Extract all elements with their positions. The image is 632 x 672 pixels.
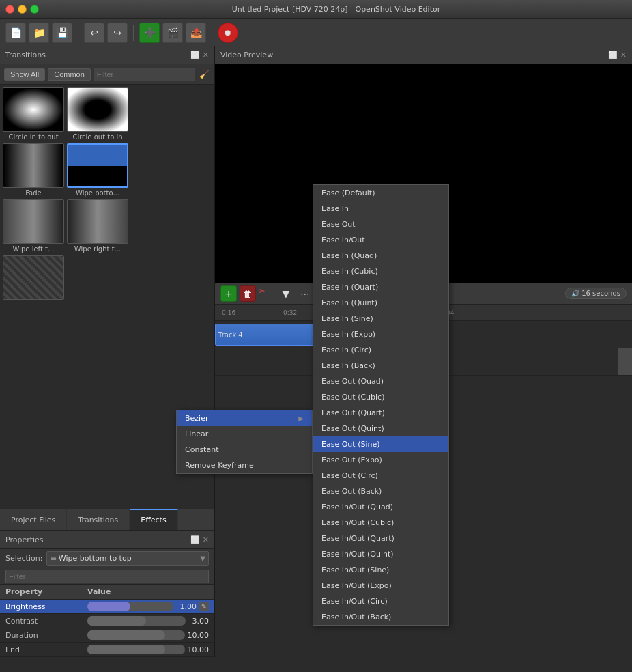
ease-menu-item-3[interactable]: Ease In/Out bbox=[313, 232, 448, 248]
ease-menu-item-4[interactable]: Ease In (Quad) bbox=[313, 248, 448, 264]
list-item[interactable]: Wipe left t... bbox=[3, 199, 64, 253]
list-item[interactable] bbox=[3, 255, 64, 301]
menu-item-constant[interactable]: Constant bbox=[177, 442, 312, 458]
ease-menu-item-9[interactable]: Ease In (Expo) bbox=[313, 326, 448, 342]
transitions-toolbar: Show All Common 🧹 bbox=[0, 64, 214, 85]
list-item[interactable]: Circle in to out bbox=[3, 87, 64, 141]
list-item[interactable]: Wipe botto... bbox=[67, 143, 128, 197]
razor-button[interactable]: ✂ bbox=[259, 285, 275, 302]
prop-value-brightness[interactable]: 1.00 ✎ bbox=[82, 600, 214, 614]
ease-menu-item-5[interactable]: Ease In (Cubic) bbox=[313, 264, 448, 279]
close-button[interactable] bbox=[5, 5, 14, 14]
maximize-button[interactable] bbox=[30, 5, 39, 14]
ruler-mark-0: 0:16 bbox=[222, 309, 235, 316]
prop-value-duration[interactable]: 10.00 bbox=[82, 628, 214, 643]
dropdown-arrow-icon: ▼ bbox=[200, 555, 205, 562]
ease-menu-item-26[interactable]: Ease In/Out (Circ) bbox=[313, 593, 448, 609]
table-row[interactable]: Duration 10.00 bbox=[0, 628, 214, 643]
ease-menu-item-17[interactable]: Ease Out (Expo) bbox=[313, 452, 448, 468]
ease-menu-item-10[interactable]: Ease In (Circ) bbox=[313, 342, 448, 358]
ease-menu-item-16[interactable]: Ease Out (Sine) bbox=[313, 436, 448, 452]
video-close-icon[interactable]: ✕ bbox=[620, 51, 627, 59]
brightness-edit-button[interactable]: ✎ bbox=[199, 602, 209, 611]
redo-button[interactable]: ↪ bbox=[107, 23, 128, 43]
selection-dropdown[interactable]: ▬ Wipe bottom to top ▼ bbox=[46, 551, 209, 566]
more-button[interactable]: ⋯ bbox=[297, 285, 313, 302]
minimize-button[interactable] bbox=[18, 5, 27, 14]
toolbar-separator-1 bbox=[78, 25, 78, 41]
contrast-slider[interactable] bbox=[87, 616, 186, 626]
list-item[interactable]: Wipe right t... bbox=[67, 199, 128, 253]
ease-menu-item-24[interactable]: Ease In/Out (Sine) bbox=[313, 562, 448, 578]
list-item[interactable]: Fade bbox=[3, 143, 64, 197]
ease-menu-item-25[interactable]: Ease In/Out (Expo) bbox=[313, 578, 448, 593]
export-button[interactable]: 📤 bbox=[186, 23, 206, 43]
ease-menu-item-14[interactable]: Ease Out (Quart) bbox=[313, 405, 448, 421]
toolbar: 📄 📁 💾 ↩ ↪ ➕ 🎬 📤 ⏺ bbox=[0, 19, 632, 46]
ease-menu-item-19[interactable]: Ease Out (Back) bbox=[313, 484, 448, 499]
ease-menu-item-15[interactable]: Ease Out (Quint) bbox=[313, 421, 448, 436]
duration-slider[interactable] bbox=[87, 630, 185, 640]
ease-menu-item-1[interactable]: Ease In bbox=[313, 201, 448, 216]
record-button[interactable]: ⏺ bbox=[218, 23, 238, 43]
tab-transitions[interactable]: Transitions bbox=[67, 509, 130, 530]
transition-label-wipe-right: Wipe right t... bbox=[67, 245, 128, 253]
context-menu-bezier: Bezier ▶ Linear Constant Remove Keyframe bbox=[176, 410, 313, 474]
list-item[interactable]: Circle out to in bbox=[67, 87, 128, 141]
ease-menu-item-6[interactable]: Ease In (Quart) bbox=[313, 279, 448, 295]
transitions-restore-icon[interactable]: ⬜ bbox=[190, 51, 200, 59]
add-track-button[interactable]: + bbox=[220, 285, 237, 302]
properties-filter-bar bbox=[0, 568, 214, 585]
prop-value-end[interactable]: 10.00 bbox=[82, 643, 214, 657]
table-row[interactable]: Contrast 3.00 bbox=[0, 614, 214, 628]
ease-menu-item-20[interactable]: Ease In/Out (Quad) bbox=[313, 499, 448, 515]
track-handle[interactable] bbox=[618, 348, 632, 375]
col-property: Property bbox=[0, 585, 82, 600]
video-preview-icons: ⬜ ✕ bbox=[608, 51, 627, 59]
ease-menu-item-13[interactable]: Ease Out (Cubic) bbox=[313, 389, 448, 405]
seconds-label: 16 seconds bbox=[581, 290, 620, 297]
ease-menu-item-12[interactable]: Ease Out (Quad) bbox=[313, 374, 448, 389]
properties-restore-icon[interactable]: ⬜ bbox=[190, 535, 200, 544]
remove-track-button[interactable]: 🗑 bbox=[240, 285, 256, 302]
ease-menu-item-23[interactable]: Ease In/Out (Quint) bbox=[313, 546, 448, 562]
ease-menu-item-11[interactable]: Ease In (Back) bbox=[313, 358, 448, 374]
menu-item-linear[interactable]: Linear bbox=[177, 426, 312, 442]
video-restore-icon[interactable]: ⬜ bbox=[608, 51, 618, 59]
ease-menu-item-22[interactable]: Ease In/Out (Quart) bbox=[313, 531, 448, 546]
show-all-button[interactable]: Show All bbox=[4, 68, 45, 81]
ease-menu-item-7[interactable]: Ease In (Quint) bbox=[313, 295, 448, 311]
video-button[interactable]: 🎬 bbox=[162, 23, 183, 43]
toolbar-separator-3 bbox=[212, 25, 212, 41]
arrow-down-button[interactable]: ▼ bbox=[278, 285, 294, 302]
properties-title: Properties bbox=[5, 535, 44, 544]
open-button[interactable]: 📁 bbox=[29, 23, 49, 43]
ease-menu-item-21[interactable]: Ease In/Out (Cubic) bbox=[313, 515, 448, 531]
common-button[interactable]: Common bbox=[48, 68, 91, 81]
brightness-slider[interactable] bbox=[87, 602, 173, 611]
transitions-close-icon[interactable]: ✕ bbox=[203, 51, 209, 59]
table-row[interactable]: Brightness 1.00 ✎ bbox=[0, 600, 214, 614]
prop-value-contrast[interactable]: 3.00 bbox=[82, 614, 214, 628]
new-button[interactable]: 📄 bbox=[5, 23, 26, 43]
clear-filter-button[interactable]: 🧹 bbox=[198, 68, 210, 81]
tab-effects[interactable]: Effects bbox=[130, 509, 177, 530]
transitions-filter-input[interactable] bbox=[94, 68, 195, 81]
ease-menu-item-0[interactable]: Ease (Default) bbox=[313, 185, 448, 201]
undo-button[interactable]: ↩ bbox=[84, 23, 104, 43]
transition-label-wipe-bottom: Wipe botto... bbox=[67, 189, 128, 197]
toolbar-separator-2 bbox=[133, 25, 134, 41]
end-slider[interactable] bbox=[87, 645, 185, 654]
ease-menu-item-18[interactable]: Ease Out (Circ) bbox=[313, 468, 448, 484]
menu-item-remove-keyframe[interactable]: Remove Keyframe bbox=[177, 458, 312, 473]
menu-item-bezier[interactable]: Bezier ▶ bbox=[177, 410, 312, 426]
save-button[interactable]: 💾 bbox=[52, 23, 72, 43]
table-row[interactable]: End 10.00 bbox=[0, 643, 214, 657]
properties-close-icon[interactable]: ✕ bbox=[203, 535, 209, 544]
ease-menu-item-8[interactable]: Ease In (Sine) bbox=[313, 311, 448, 326]
ease-menu-item-27[interactable]: Ease In/Out (Back) bbox=[313, 609, 448, 625]
import-button[interactable]: ➕ bbox=[139, 23, 160, 43]
ease-menu-item-2[interactable]: Ease Out bbox=[313, 216, 448, 232]
properties-filter-input[interactable] bbox=[5, 570, 209, 583]
tab-project-files[interactable]: Project Files bbox=[0, 509, 67, 530]
